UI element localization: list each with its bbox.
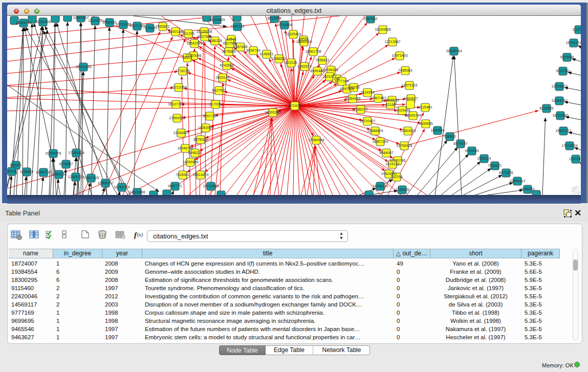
svg-text:8813054: 8813054: [267, 16, 281, 20]
svg-text:12975115: 12975115: [402, 83, 418, 87]
svg-text:12505135: 12505135: [68, 175, 83, 179]
svg-text:15751074: 15751074: [565, 41, 581, 45]
svg-text:18724007: 18724007: [287, 104, 302, 107]
svg-text:7357224: 7357224: [230, 25, 244, 28]
svg-text:16914479: 16914479: [192, 173, 208, 177]
svg-text:8215955: 8215955: [539, 106, 553, 110]
svg-text:746266: 746266: [347, 85, 359, 89]
svg-text:6794028: 6794028: [324, 68, 338, 72]
svg-text:13166827: 13166827: [173, 131, 189, 135]
svg-text:11451194: 11451194: [51, 172, 67, 176]
svg-text:19218506: 19218506: [276, 23, 292, 27]
svg-text:15226058: 15226058: [196, 30, 212, 33]
svg-text:17016504: 17016504: [561, 144, 577, 147]
svg-text:2935114: 2935114: [477, 157, 491, 160]
svg-text:850061: 850061: [10, 163, 21, 167]
svg-text:8160123: 8160123: [168, 30, 182, 33]
svg-text:10807487: 10807487: [370, 96, 386, 100]
svg-text:822035: 822035: [285, 61, 297, 64]
svg-text:12093873: 12093873: [551, 84, 567, 88]
svg-text:7515520: 7515520: [143, 26, 157, 30]
svg-text:14055714: 14055714: [15, 21, 31, 25]
svg-text:16543392: 16543392: [186, 41, 202, 45]
svg-text:8454749: 8454749: [246, 49, 260, 52]
svg-text:117005: 117005: [210, 102, 222, 106]
svg-text:9527508: 9527508: [223, 41, 236, 45]
svg-text:16154808: 16154808: [375, 28, 390, 31]
svg-text:9084067: 9084067: [379, 151, 393, 155]
svg-text:17359924: 17359924: [68, 151, 84, 155]
svg-text:19756928: 19756928: [396, 144, 412, 147]
svg-text:9146821: 9146821: [259, 52, 273, 56]
svg-text:8990448: 8990448: [310, 69, 324, 73]
svg-text:9474444: 9474444: [465, 149, 478, 152]
svg-text:18300295: 18300295: [265, 111, 280, 114]
svg-text:9699695: 9699695: [419, 122, 432, 125]
svg-text:9227342: 9227342: [556, 69, 570, 73]
svg-text:10688609: 10688609: [367, 129, 383, 133]
svg-text:(x): (x): [137, 232, 143, 238]
svg-text:3875685: 3875685: [222, 50, 235, 53]
svg-text:16033809: 16033809: [209, 18, 225, 21]
svg-text:19384554: 19384554: [308, 138, 324, 142]
svg-text:10025438: 10025438: [394, 108, 410, 112]
svg-text:7632621: 7632621: [488, 164, 502, 167]
svg-text:8471676: 8471676: [499, 171, 513, 174]
svg-text:20206576: 20206576: [45, 151, 61, 155]
svg-text:7625402: 7625402: [176, 173, 189, 177]
svg-text:8678332: 8678332: [193, 138, 207, 141]
svg-text:2087652: 2087652: [363, 17, 377, 20]
svg-text:1112074: 1112074: [572, 28, 581, 31]
svg-text:16210643: 16210643: [552, 114, 568, 117]
svg-text:7386372: 7386372: [354, 107, 367, 111]
svg-text:938923: 938923: [444, 135, 455, 138]
svg-text:98901: 98901: [182, 56, 192, 59]
svg-text:14099489: 14099489: [182, 160, 198, 164]
svg-text:12923468: 12923468: [129, 190, 145, 194]
svg-text:8427552: 8427552: [212, 89, 226, 92]
svg-text:9657771: 9657771: [168, 184, 182, 188]
svg-text:3267150: 3267150: [203, 114, 216, 118]
svg-text:3498222: 3498222: [188, 151, 202, 155]
svg-text:252254: 252254: [390, 175, 402, 179]
svg-text:15692971: 15692971: [555, 129, 571, 133]
svg-text:18807249: 18807249: [372, 140, 388, 143]
svg-text:3824554: 3824554: [360, 91, 374, 94]
svg-text:20091406: 20091406: [35, 20, 51, 24]
svg-text:1733426: 1733426: [395, 188, 409, 191]
svg-text:7663822: 7663822: [156, 25, 169, 28]
svg-text:891295: 891295: [182, 32, 194, 35]
svg-text:11325419: 11325419: [286, 32, 301, 36]
svg-text:7485063: 7485063: [398, 69, 412, 72]
svg-text:20053346: 20053346: [75, 65, 91, 69]
svg-text:39119: 39119: [7, 169, 17, 173]
svg-text:18640910: 18640910: [296, 40, 312, 43]
svg-text:17957225: 17957225: [83, 176, 99, 180]
svg-text:12546: 12546: [226, 37, 236, 41]
svg-text:16648764: 16648764: [446, 49, 462, 53]
svg-text:14353594: 14353594: [198, 126, 213, 129]
svg-text:10973493: 10973493: [391, 54, 407, 57]
svg-text:9527506: 9527506: [198, 35, 211, 38]
svg-text:17654925: 17654925: [169, 116, 185, 120]
svg-text:14136141: 14136141: [372, 184, 388, 188]
svg-text:6479197: 6479197: [453, 142, 467, 145]
svg-text:10653267: 10653267: [73, 16, 89, 19]
svg-text:9777169: 9777169: [335, 79, 349, 83]
svg-text:9245052: 9245052: [520, 187, 534, 191]
svg-text:7955812: 7955812: [315, 58, 329, 62]
svg-text:9115460: 9115460: [419, 105, 432, 109]
svg-text:1640954: 1640954: [430, 128, 444, 132]
svg-text:10961758: 10961758: [305, 50, 321, 53]
svg-text:9242848: 9242848: [220, 63, 233, 67]
svg-text:18107374: 18107374: [168, 102, 184, 106]
svg-text:1588520: 1588520: [272, 57, 286, 60]
svg-text:10120746: 10120746: [389, 159, 405, 162]
svg-text:1527602: 1527602: [88, 19, 102, 23]
svg-text:9975867: 9975867: [59, 162, 73, 166]
svg-text:1156829: 1156829: [20, 170, 34, 173]
svg-text:10958107: 10958107: [97, 181, 113, 185]
svg-text:12213369: 12213369: [170, 85, 186, 89]
svg-text:1167531: 1167531: [569, 157, 581, 161]
svg-text:2803144: 2803144: [215, 76, 229, 79]
